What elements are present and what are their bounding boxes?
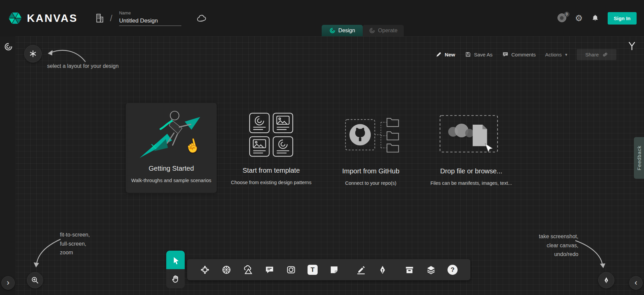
feedback-label: Feedback [636, 145, 642, 170]
operate-tab-icon [369, 28, 375, 34]
credits-badge: 0 [564, 12, 569, 17]
tool-import[interactable] [404, 265, 415, 275]
draw-pen-icon [378, 265, 388, 275]
card-subtitle: Files can be manifests, images, text... [430, 180, 512, 186]
tool-component[interactable] [200, 265, 210, 275]
annotate-pencil-icon [356, 265, 366, 275]
pen-nib-icon [603, 277, 610, 284]
organization-icon[interactable] [95, 13, 104, 23]
share-button[interactable]: Share [577, 49, 616, 60]
card-title: Getting Started [149, 165, 194, 172]
zoom-button[interactable] [27, 272, 43, 288]
tool-shapes[interactable] [243, 265, 253, 275]
tab-design[interactable]: Design [322, 25, 363, 36]
card-import-from-github[interactable]: Import from GitHub Connect to your repo(… [320, 112, 421, 186]
expand-right-panel-button[interactable]: ‹ [629, 276, 643, 290]
actions-dropdown[interactable]: Actions ▾ [545, 52, 567, 57]
notifications-bell-icon[interactable] [591, 14, 600, 23]
bottom-toolbar: T [187, 259, 470, 280]
help-icon: ? [448, 265, 458, 275]
zoom-in-icon [31, 276, 39, 284]
tool-kubernetes[interactable] [221, 265, 231, 275]
new-label: New [445, 52, 455, 57]
tool-select-cursor[interactable] [166, 251, 185, 269]
design-name-input[interactable] [119, 17, 181, 26]
card-drop-file[interactable]: Drop file or browse... Files can be mani… [420, 112, 523, 186]
tool-help[interactable]: ? [448, 265, 458, 275]
card-subtitle: Connect to your repo(s) [345, 180, 396, 186]
screenshot-pen-button[interactable] [598, 272, 614, 288]
card-start-from-template[interactable]: Start from template Choose from existing… [225, 112, 318, 185]
bottom-right-hint-arrow [573, 237, 608, 271]
tool-annotate[interactable] [356, 265, 366, 275]
tool-text[interactable]: T [308, 265, 318, 275]
operate-tab-label: Operate [378, 28, 398, 34]
actions-label: Actions [545, 52, 562, 57]
canvas-actions-toolbar: New Save As Comments Actions ▾ [435, 48, 616, 60]
tool-media[interactable] [286, 265, 296, 275]
design-tab-label: Design [338, 28, 355, 34]
github-import-icon [335, 112, 406, 158]
card-subtitle: Walk-throughs and sample scenarios [131, 178, 211, 183]
link-icon [602, 52, 608, 57]
card-title: Start from template [243, 167, 300, 174]
hint-line: full-screen, [60, 240, 90, 249]
yaml-panel-icon[interactable] [627, 41, 637, 51]
layout-hint-text: select a layout for your design [47, 62, 119, 71]
brand[interactable]: KANVAS [7, 10, 78, 26]
settings-gear-icon[interactable]: ⚙ [575, 14, 583, 23]
tab-operate[interactable]: Operate [363, 25, 404, 36]
card-subtitle: Choose from existing design patterns [231, 180, 311, 185]
design-name-block: Name [119, 10, 181, 26]
tool-comment[interactable] [264, 265, 275, 275]
kanvas-logo-icon [7, 10, 23, 26]
save-as-label: Save As [474, 52, 493, 57]
save-as-button[interactable]: Save As [465, 51, 493, 58]
import-drawer-icon [404, 265, 415, 275]
helm-wheel-icon [221, 265, 231, 275]
expand-left-panel-button[interactable]: › [1, 276, 15, 290]
feedback-tab[interactable]: Feedback [634, 137, 644, 179]
comments-icon [502, 51, 509, 58]
layers-icon [426, 265, 436, 275]
drop-file-icon [438, 112, 505, 158]
breadcrumb-separator: / [110, 13, 112, 24]
card-getting-started[interactable]: Getting Started Walk-throughs and sample… [126, 103, 217, 193]
media-icon [286, 265, 296, 275]
brand-name: KANVAS [27, 12, 78, 25]
tool-sticky-note[interactable] [329, 265, 339, 275]
share-label: Share [585, 52, 599, 57]
component-icon [200, 265, 210, 275]
card-title: Drop file or browse... [440, 167, 502, 175]
comments-button[interactable]: Comments [502, 51, 536, 58]
credits-button[interactable]: 0 [558, 13, 567, 23]
shapes-icon [243, 265, 253, 275]
topbar-actions: 0 ⚙ Sign In [558, 12, 637, 25]
card-title: Import from GitHub [342, 167, 399, 175]
save-icon [465, 51, 471, 58]
layout-picker-button[interactable] [24, 45, 42, 62]
hint-line: fit-to-screen, [60, 230, 90, 240]
new-design-button[interactable]: New [435, 51, 455, 58]
text-tool-icon: T [308, 265, 318, 275]
comment-icon [264, 265, 275, 275]
bottom-left-hint-arrow [31, 237, 63, 270]
bottom-left-hint: fit-to-screen, full-screen, zoom [60, 230, 90, 257]
pan-hand-icon [171, 274, 180, 284]
comments-label: Comments [511, 52, 536, 57]
mode-tabs: Design Operate [322, 25, 404, 36]
tool-layers[interactable] [426, 265, 436, 275]
cursor-arrow-icon [171, 256, 180, 264]
pencil-icon [435, 51, 442, 58]
cloud-sync-icon[interactable] [196, 14, 207, 22]
sign-in-button[interactable]: Sign In [608, 12, 637, 25]
layout-hint-arrow [43, 44, 87, 64]
design-tab-icon [329, 28, 335, 34]
left-panel-rail [0, 36, 16, 295]
design-canvas[interactable]: select a layout for your design New Save… [0, 36, 644, 295]
template-cards-icon [249, 112, 294, 157]
tool-pan-hand[interactable] [166, 269, 185, 288]
caret-down-icon: ▾ [565, 52, 567, 57]
sticky-note-icon [329, 265, 339, 275]
tool-draw[interactable] [378, 265, 388, 275]
